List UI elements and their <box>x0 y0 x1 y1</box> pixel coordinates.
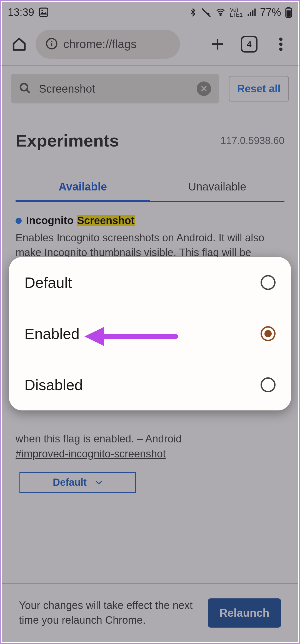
flag-value-dialog: Default Enabled Disabled <box>9 257 291 410</box>
option-default[interactable]: Default <box>9 257 291 308</box>
option-label: Enabled <box>24 325 79 342</box>
option-enabled[interactable]: Enabled <box>9 308 291 359</box>
radio-unselected-icon <box>261 377 276 392</box>
option-disabled[interactable]: Disabled <box>9 359 291 410</box>
option-label: Default <box>24 274 72 291</box>
radio-selected-icon <box>261 326 276 341</box>
radio-unselected-icon <box>261 275 276 290</box>
option-label: Disabled <box>24 376 83 393</box>
